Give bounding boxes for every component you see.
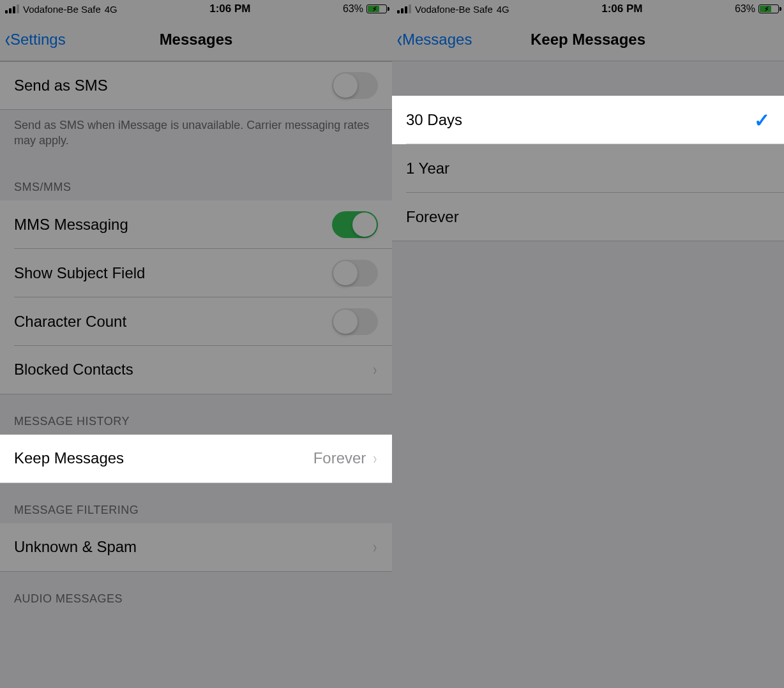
chevron-right-icon: ›	[373, 537, 377, 557]
battery-pct: 63%	[735, 3, 755, 15]
row-label: MMS Messaging	[14, 216, 332, 234]
row-keep-messages[interactable]: Keep Messages Forever ›	[0, 435, 392, 483]
option-label: 1 Year	[406, 160, 770, 177]
mms-toggle[interactable]	[332, 211, 378, 238]
row-label: Unknown & Spam	[14, 538, 372, 556]
carrier-label: Vodafone-Be Safe	[23, 4, 101, 15]
option-label: Forever	[406, 208, 770, 226]
back-button[interactable]: ‹ Messages	[396, 31, 472, 49]
row-mms-messaging[interactable]: MMS Messaging	[0, 200, 392, 249]
network-mode: 4G	[105, 4, 117, 15]
right-screenshot: Vodafone-Be Safe 4G 1:06 PM 63% ⚡︎ ‹ Mes…	[392, 0, 784, 688]
left-screenshot: Vodafone-Be Safe 4G 1:06 PM 63% ⚡︎ ‹ Set…	[0, 0, 392, 688]
option-label: 30 Days	[406, 111, 754, 129]
signal-icon	[397, 4, 411, 13]
battery-pct: 63%	[343, 3, 363, 15]
row-blocked-contacts[interactable]: Blocked Contacts ›	[0, 346, 392, 394]
checkmark-icon: ✓	[754, 109, 770, 131]
charcount-toggle[interactable]	[332, 308, 378, 335]
chevron-right-icon: ›	[373, 449, 377, 468]
network-mode: 4G	[497, 4, 509, 15]
carrier-label: Vodafone-Be Safe	[415, 4, 493, 15]
clock: 1:06 PM	[117, 3, 343, 15]
row-label: Keep Messages	[14, 449, 313, 467]
spacer	[392, 61, 784, 96]
row-value: Forever	[313, 449, 366, 467]
nav-bar: ‹ Settings Messages	[0, 18, 392, 61]
option-forever[interactable]: Forever	[392, 193, 784, 241]
row-label: Blocked Contacts	[14, 361, 372, 378]
nav-bar: ‹ Messages Keep Messages	[392, 18, 784, 61]
chevron-right-icon: ›	[373, 360, 377, 380]
section-header-filtering: MESSAGE FILTERING	[0, 483, 392, 523]
back-button[interactable]: ‹ Settings	[4, 31, 66, 49]
signal-icon	[5, 4, 19, 13]
status-bar: Vodafone-Be Safe 4G 1:06 PM 63% ⚡︎	[392, 0, 784, 18]
row-label: Show Subject Field	[14, 264, 332, 282]
option-30-days[interactable]: 30 Days ✓	[392, 96, 784, 144]
back-label: Messages	[402, 31, 472, 49]
clock: 1:06 PM	[509, 3, 735, 15]
battery-icon: ⚡︎	[758, 4, 779, 13]
options-list: 30 Days ✓ 1 Year Forever	[392, 61, 784, 688]
back-label: Settings	[10, 31, 66, 49]
row-send-as-sms[interactable]: Send as SMS	[0, 61, 392, 110]
settings-list: Send as SMS Send as SMS when iMessage is…	[0, 61, 392, 688]
row-label: Character Count	[14, 313, 332, 331]
row-unknown-spam[interactable]: Unknown & Spam ›	[0, 523, 392, 572]
section-header-audio: AUDIO MESSAGES	[0, 572, 392, 612]
row-label: Send as SMS	[14, 77, 332, 94]
status-bar: Vodafone-Be Safe 4G 1:06 PM 63% ⚡︎	[0, 0, 392, 18]
row-char-count[interactable]: Character Count	[0, 297, 392, 346]
row-show-subject[interactable]: Show Subject Field	[0, 249, 392, 297]
section-header-smsmms: SMS/MMS	[0, 160, 392, 200]
option-1-year[interactable]: 1 Year	[392, 144, 784, 193]
section-header-history: MESSAGE HISTORY	[0, 394, 392, 435]
send-sms-toggle[interactable]	[332, 72, 378, 99]
send-sms-footer: Send as SMS when iMessage is unavailable…	[0, 110, 392, 160]
subject-toggle[interactable]	[332, 260, 378, 287]
battery-icon: ⚡︎	[366, 4, 387, 13]
